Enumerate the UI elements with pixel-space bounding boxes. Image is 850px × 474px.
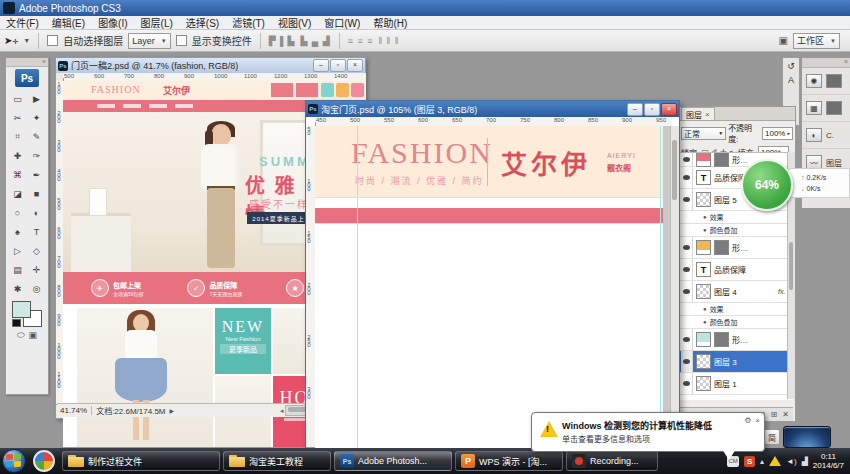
blend-mode-dropdown[interactable]: 正常▼: [681, 127, 726, 140]
layer-thumbnail[interactable]: [696, 192, 711, 207]
brush-tool-icon[interactable]: ✑: [27, 146, 46, 165]
bridge-icon[interactable]: ▣: [779, 35, 788, 46]
type-tool-icon[interactable]: T: [27, 222, 46, 241]
tray-s-icon[interactable]: S: [744, 456, 755, 467]
taskbar-clock[interactable]: 0:112014/6/7: [813, 452, 846, 470]
layer-name[interactable]: 形…: [732, 154, 748, 165]
balloon-settings-icon[interactable]: ⚙: [744, 416, 751, 425]
layer-name[interactable]: 形…: [732, 242, 748, 253]
taskbar-photoshop[interactable]: PsAdobe Photosh...: [334, 451, 452, 471]
move-tool-icon[interactable]: ➤✛: [4, 35, 18, 46]
taskbar-recording[interactable]: Recording...: [566, 451, 658, 471]
layer-row[interactable]: 图层 4 fx.▴: [679, 281, 793, 303]
doc1-maximize-button[interactable]: ▫: [330, 59, 346, 72]
crop-tool-icon[interactable]: ⌗: [8, 127, 27, 146]
align-buttons-2[interactable]: ▙ ▄ ▟: [300, 36, 330, 46]
new-layer-icon[interactable]: ⊞: [771, 410, 778, 419]
shape-tool-icon[interactable]: ◇: [27, 241, 46, 260]
doc1-minimize-button[interactable]: –: [313, 59, 329, 72]
screen-mode-button[interactable]: ▣: [29, 330, 38, 341]
layer-mask-thumbnail[interactable]: [714, 240, 729, 255]
effects-header-row[interactable]: ● 效果: [679, 303, 793, 316]
doc1-titlebar[interactable]: Ps 门页一稿2.psd @ 41.7% (fashion, RGB/8) – …: [56, 58, 365, 73]
menu-layer[interactable]: 图层(L): [141, 15, 173, 30]
panel-icon[interactable]: [826, 101, 842, 115]
spinner-icon[interactable]: ▸: [787, 130, 790, 136]
dodge-tool-icon[interactable]: ◐: [27, 203, 46, 222]
slice-tool-icon[interactable]: ✎: [27, 127, 46, 146]
menu-edit[interactable]: 编辑(E): [52, 15, 85, 30]
layer-name[interactable]: 图层 1: [714, 378, 737, 389]
status-arrow-icon[interactable]: ▶: [170, 407, 175, 414]
visibility-toggle[interactable]: [681, 153, 693, 166]
quick-mask-button[interactable]: ⬭: [17, 330, 25, 341]
layer-thumbnail[interactable]: [696, 376, 711, 391]
visibility-toggle[interactable]: [681, 259, 693, 280]
menu-window[interactable]: 窗口(W): [324, 15, 360, 30]
menu-view[interactable]: 视图(V): [278, 15, 311, 30]
tray-warning-icon[interactable]: [769, 456, 781, 466]
clone-stamp-tool-icon[interactable]: ⌘: [8, 165, 27, 184]
taskbar-wps[interactable]: PWPS 演示 - [淘...: [455, 451, 563, 471]
toolbox-collapse-icon[interactable]: »: [6, 58, 48, 67]
layer-row-shape-cyan[interactable]: 形…: [679, 329, 793, 351]
network-icon[interactable]: ▟: [802, 457, 808, 466]
layer-row[interactable]: 图层 1: [679, 373, 793, 395]
visibility-toggle[interactable]: [681, 373, 693, 394]
visibility-toggle[interactable]: [681, 351, 693, 372]
balloon-close-icon[interactable]: ×: [755, 416, 760, 425]
eyedropper-tool-icon[interactable]: ✛: [27, 260, 46, 279]
layers-tab[interactable]: 图层×: [681, 107, 715, 120]
doc2-minimize-button[interactable]: –: [627, 103, 643, 116]
menu-file[interactable]: 文件(F): [6, 15, 39, 30]
eye-icon[interactable]: ●: [703, 227, 707, 233]
blur-tool-icon[interactable]: ○: [8, 203, 27, 222]
notes-tool-icon[interactable]: ▤: [8, 260, 27, 279]
eye-icon[interactable]: ●: [703, 319, 707, 325]
browser-pinwheel-icon[interactable]: [33, 450, 55, 472]
gradient-tool-icon[interactable]: ■: [27, 184, 46, 203]
layer-thumbnail[interactable]: [696, 284, 711, 299]
lasso-tool-icon[interactable]: ✂: [8, 108, 27, 127]
distribute-buttons-2[interactable]: ‖ ‖ ‖: [378, 36, 399, 46]
layer-mask-thumbnail[interactable]: [714, 152, 729, 167]
scroll-left-icon[interactable]: ◂: [280, 407, 284, 415]
align-buttons[interactable]: ▛ ▌▙: [269, 36, 296, 46]
volume-icon[interactable]: ◄): [786, 457, 797, 466]
auto-select-scope-dropdown[interactable]: Layer▼: [128, 33, 170, 49]
layer-thumbnail[interactable]: [696, 152, 711, 167]
eye-icon[interactable]: ●: [703, 306, 707, 312]
text-layer-thumbnail[interactable]: T: [696, 262, 711, 277]
swatches-panel-icon[interactable]: ▦: [806, 101, 822, 115]
doc2-titlebar[interactable]: Ps 淘宝门页.psd @ 105% (图层 3, RGB/8) – ▫ ×: [306, 101, 679, 117]
layer-name[interactable]: 品质保障: [714, 264, 746, 275]
doc1-close-button[interactable]: ×: [347, 59, 363, 72]
delete-layer-icon[interactable]: ✕: [782, 410, 789, 419]
layer-row-selected[interactable]: 图层 3: [679, 351, 793, 373]
hand-tool-icon[interactable]: ✱: [8, 279, 27, 298]
doc2-maximize-button[interactable]: ▫: [644, 103, 660, 116]
memory-speed-ball[interactable]: 64%: [741, 159, 793, 211]
distribute-buttons[interactable]: ≡ ≡ ≡: [348, 36, 374, 46]
doc2-vscrollbar[interactable]: [670, 126, 679, 448]
dock-collapse-icon[interactable]: »: [802, 58, 850, 68]
aero-peek-glass[interactable]: [783, 426, 831, 448]
visibility-toggle[interactable]: [681, 189, 693, 210]
layer-name[interactable]: 图层 3: [714, 356, 737, 367]
opacity-field[interactable]: 100%▸: [762, 127, 793, 140]
visibility-toggle[interactable]: [681, 281, 693, 302]
healing-brush-tool-icon[interactable]: ✚: [8, 146, 27, 165]
layer-fx-icon[interactable]: fx.: [778, 288, 785, 295]
workspace-dropdown[interactable]: 工作区▼: [793, 33, 840, 49]
doc2-close-button[interactable]: ×: [661, 103, 677, 116]
show-transform-checkbox[interactable]: [176, 35, 187, 46]
ime-simplified-button[interactable]: 简: [764, 429, 780, 445]
history-panel-icon[interactable]: ↺: [787, 61, 795, 71]
default-colors-icon[interactable]: [12, 319, 21, 327]
color-overlay-row[interactable]: ● 颜色叠加: [679, 316, 793, 329]
layer-name[interactable]: 图层 5: [714, 194, 737, 205]
tab-close-icon[interactable]: ×: [705, 110, 710, 119]
color-overlay-row[interactable]: ● 颜色叠加: [679, 224, 793, 237]
history-brush-tool-icon[interactable]: ✒: [27, 165, 46, 184]
foreground-color-swatch[interactable]: [12, 301, 31, 318]
